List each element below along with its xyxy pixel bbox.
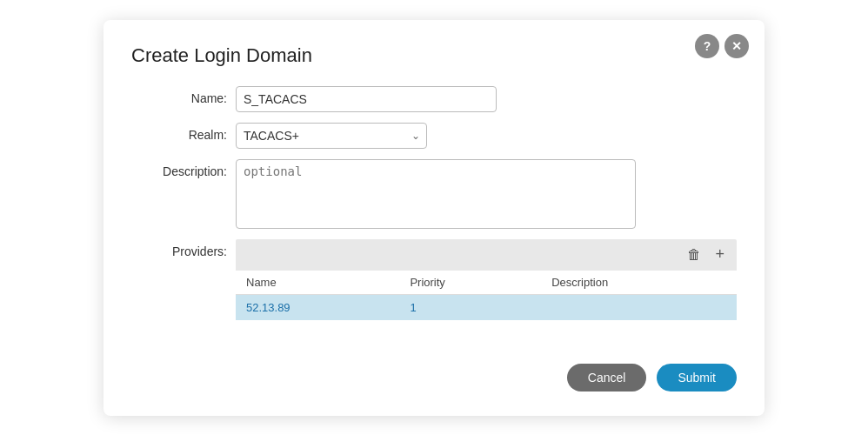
providers-label: Providers: (131, 239, 236, 258)
dialog-title: Create Login Domain (131, 44, 737, 67)
add-provider-button[interactable]: + (710, 242, 730, 267)
name-label: Name: (131, 86, 236, 105)
col-header-name: Name (236, 271, 399, 295)
providers-toolbar: 🗑 + (236, 239, 737, 271)
top-icons: ? ✕ (695, 34, 749, 58)
cancel-button[interactable]: Cancel (567, 364, 647, 392)
realm-label: Realm: (131, 123, 236, 142)
realm-select[interactable]: TACACS+ RADIUS LDAP Local (236, 123, 427, 149)
add-icon: + (715, 245, 724, 264)
col-header-description: Description (541, 271, 737, 295)
delete-provider-button[interactable]: 🗑 (682, 244, 706, 266)
name-row: Name: (131, 86, 737, 112)
create-login-domain-dialog: Create Login Domain ? ✕ Name: Realm: TAC… (103, 20, 765, 416)
table-row[interactable]: 52.13.89 1 (236, 294, 737, 320)
delete-icon: 🗑 (687, 247, 701, 263)
col-header-priority: Priority (399, 271, 541, 295)
footer: Cancel Submit (131, 364, 737, 392)
providers-section: Providers: 🗑 + Name Priority Description (131, 239, 737, 320)
providers-table-wrapper: 🗑 + Name Priority Description 52.13.89 (236, 239, 737, 320)
provider-description (541, 294, 737, 320)
submit-button[interactable]: Submit (657, 364, 737, 392)
description-row: Description: (131, 159, 737, 229)
provider-priority: 1 (399, 294, 541, 320)
close-button[interactable]: ✕ (724, 34, 749, 58)
realm-select-wrapper: TACACS+ RADIUS LDAP Local ⌄ (236, 123, 427, 149)
name-input[interactable] (236, 86, 497, 112)
description-label: Description: (131, 159, 236, 178)
realm-row: Realm: TACACS+ RADIUS LDAP Local ⌄ (131, 123, 737, 149)
table-header-row: Name Priority Description (236, 271, 737, 295)
description-input[interactable] (236, 159, 636, 229)
providers-table: Name Priority Description 52.13.89 1 (236, 271, 737, 320)
help-button[interactable]: ? (695, 34, 719, 58)
provider-name: 52.13.89 (236, 294, 399, 320)
